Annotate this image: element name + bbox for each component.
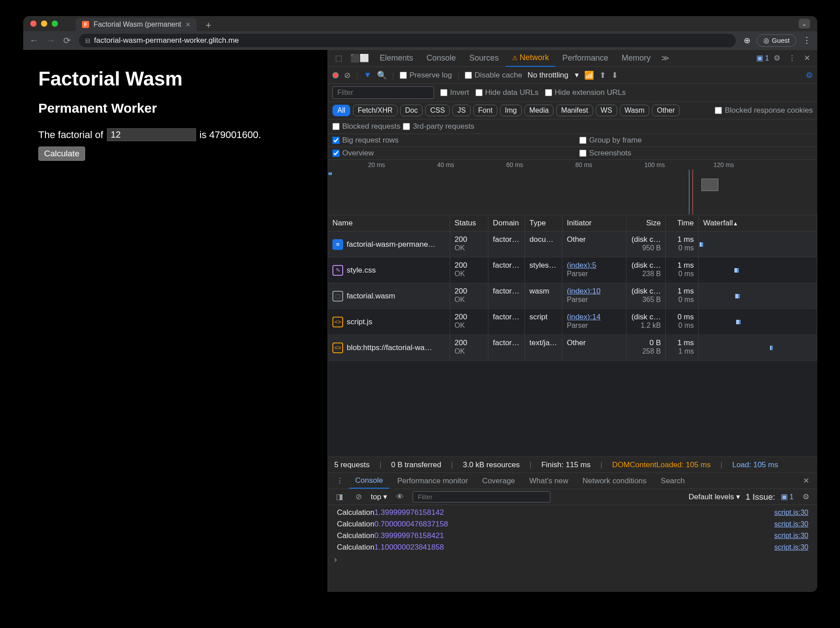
col-status[interactable]: Status (450, 215, 488, 231)
big-rows-checkbox[interactable]: Big request rows (332, 136, 399, 145)
site-info-icon[interactable]: ⊟ (85, 37, 90, 44)
throttling-select[interactable]: No throttling ▾ (528, 70, 579, 80)
col-size[interactable]: Size (627, 215, 666, 231)
maximize-window[interactable] (52, 20, 58, 27)
log-source-link[interactable]: script.js:30 (774, 532, 808, 540)
close-drawer-icon[interactable]: ✕ (799, 476, 813, 485)
log-source-link[interactable]: script.js:30 (774, 543, 808, 551)
search-icon[interactable]: 🔍 (377, 70, 387, 80)
drawer-menu-icon[interactable]: ⋮ (332, 476, 347, 485)
tab-memory[interactable]: Memory (615, 50, 657, 66)
initiator-link[interactable]: (index):14 (567, 313, 601, 321)
filter-pill-ws[interactable]: WS (596, 105, 617, 116)
disable-cache-checkbox[interactable]: Disable cache (465, 71, 522, 80)
initiator-link[interactable]: (index):10 (567, 287, 601, 295)
reload-button[interactable]: ⟳ (63, 35, 71, 46)
col-waterfall[interactable]: Waterfall▲ (699, 215, 817, 231)
export-har-icon[interactable]: ⬆ (599, 70, 606, 80)
browser-menu-icon[interactable]: ⋮ (803, 35, 811, 45)
close-window[interactable] (30, 20, 37, 27)
console-sidebar-icon[interactable]: ◨ (332, 492, 347, 502)
clear-console-icon[interactable]: ⊘ (352, 492, 365, 502)
blocked-requests-checkbox[interactable]: Blocked requests (332, 122, 400, 131)
issue-badge[interactable]: ▣ 1 (781, 492, 794, 502)
filter-pill-other[interactable]: Other (652, 105, 680, 116)
filter-pill-fetchxhr[interactable]: Fetch/XHR (353, 105, 397, 116)
blocked-cookies-checkbox[interactable]: Blocked response cookies (715, 106, 813, 115)
drawer-tab-coverage[interactable]: Coverage (476, 474, 521, 488)
console-filter-input[interactable] (413, 491, 550, 502)
live-expression-icon[interactable]: 👁 (393, 493, 407, 502)
url-box[interactable]: ⊟ factorial-wasm-permanent-worker.glitch… (79, 34, 736, 47)
preserve-log-checkbox[interactable]: Preserve log (400, 71, 452, 80)
back-button[interactable]: ← (29, 35, 38, 45)
col-time[interactable]: Time (666, 215, 699, 231)
devtools-menu-icon[interactable]: ⋮ (785, 53, 799, 63)
close-tab-icon[interactable]: × (186, 20, 191, 29)
console-log-row[interactable]: Calculation 0.7000000476837158script.js:… (328, 518, 817, 530)
col-type[interactable]: Type (525, 215, 562, 231)
browser-tab[interactable]: F Factorial Wasm (permanent × (76, 18, 197, 31)
filter-pill-img[interactable]: Img (500, 105, 522, 116)
filter-pill-manifest[interactable]: Manifest (556, 105, 593, 116)
table-row[interactable]: ≡factorial-wasm-permane…200OKfactori…doc… (328, 232, 817, 257)
filter-pill-font[interactable]: Font (473, 105, 497, 116)
col-name[interactable]: Name (328, 215, 450, 231)
table-row[interactable]: <>script.js200OKfactori…script(index):14… (328, 309, 817, 335)
window-menu-icon[interactable]: ⌄ (799, 19, 810, 29)
drawer-tab-console[interactable]: Console (349, 473, 389, 489)
drawer-tab-whatsnew[interactable]: What's new (523, 474, 574, 488)
table-row[interactable]: <>blob:https://factorial-wa…200OKfactori… (328, 335, 817, 361)
drawer-tab-search[interactable]: Search (655, 474, 691, 488)
filter-pill-doc[interactable]: Doc (400, 105, 422, 116)
log-source-link[interactable]: script.js:30 (774, 520, 808, 528)
invert-checkbox[interactable]: Invert (440, 88, 469, 97)
filter-icon[interactable]: ▼ (364, 70, 372, 80)
timeline-overview[interactable]: 20 ms40 ms60 ms80 ms100 ms120 ms (328, 160, 817, 215)
forward-button[interactable]: → (46, 35, 55, 45)
network-conditions-icon[interactable]: 📶 (584, 70, 594, 80)
levels-select[interactable]: Default levels ▾ (688, 492, 740, 502)
table-row[interactable]: ⬚factorial.wasm200OKfactori…wasm(index):… (328, 283, 817, 309)
close-devtools-icon[interactable]: ✕ (800, 53, 814, 63)
zoom-icon[interactable]: ⊕ (744, 36, 750, 45)
console-prompt[interactable]: › (328, 553, 817, 566)
tab-sources[interactable]: Sources (463, 50, 505, 66)
hide-data-urls-checkbox[interactable]: Hide data URLs (475, 88, 539, 97)
filter-pill-all[interactable]: All (332, 105, 350, 116)
calculate-button[interactable]: Calculate (38, 147, 85, 161)
profile-badge[interactable]: ◎ Guest (757, 34, 796, 47)
hide-extension-urls-checkbox[interactable]: Hide extension URLs (545, 88, 626, 97)
drawer-tab-perfmon[interactable]: Performance monitor (391, 474, 474, 488)
filter-pill-js[interactable]: JS (452, 105, 471, 116)
issues-badge[interactable]: ▣ 1 (756, 53, 769, 63)
clear-icon[interactable]: ⊘ (344, 70, 351, 80)
new-tab-button[interactable]: + (201, 20, 216, 31)
tab-performance[interactable]: Performance (556, 50, 615, 66)
record-button[interactable] (332, 72, 339, 78)
console-log-row[interactable]: Calculation 1.399999976158142script.js:3… (328, 507, 817, 518)
tab-network[interactable]: Network (506, 50, 555, 67)
inspect-icon[interactable]: ⬚ (332, 53, 346, 63)
factorial-input[interactable] (107, 128, 196, 141)
group-frame-checkbox[interactable]: Group by frame (579, 136, 642, 145)
filter-input[interactable] (332, 86, 434, 99)
col-domain[interactable]: Domain (488, 215, 525, 231)
console-log-row[interactable]: Calculation 1.100000023841858script.js:3… (328, 542, 817, 553)
overview-checkbox[interactable]: Overview (332, 149, 374, 158)
minimize-window[interactable] (41, 20, 47, 27)
tab-elements[interactable]: Elements (373, 50, 419, 66)
filter-pill-media[interactable]: Media (524, 105, 554, 116)
screenshots-checkbox[interactable]: Screenshots (579, 149, 631, 158)
table-row[interactable]: ✎style.css200OKfactori…styles…(index):5P… (328, 257, 817, 283)
col-initiator[interactable]: Initiator (562, 215, 627, 231)
tab-console[interactable]: Console (420, 50, 462, 66)
filter-pill-wasm[interactable]: Wasm (620, 105, 650, 116)
drawer-tab-netcond[interactable]: Network conditions (576, 474, 653, 488)
import-har-icon[interactable]: ⬇ (611, 70, 618, 80)
settings-icon[interactable]: ⚙ (770, 53, 784, 63)
log-source-link[interactable]: script.js:30 (774, 509, 808, 517)
console-settings-icon[interactable]: ⚙ (799, 492, 813, 502)
filter-pill-css[interactable]: CSS (425, 105, 450, 116)
device-icon[interactable]: ⬛⬜ (347, 53, 373, 63)
